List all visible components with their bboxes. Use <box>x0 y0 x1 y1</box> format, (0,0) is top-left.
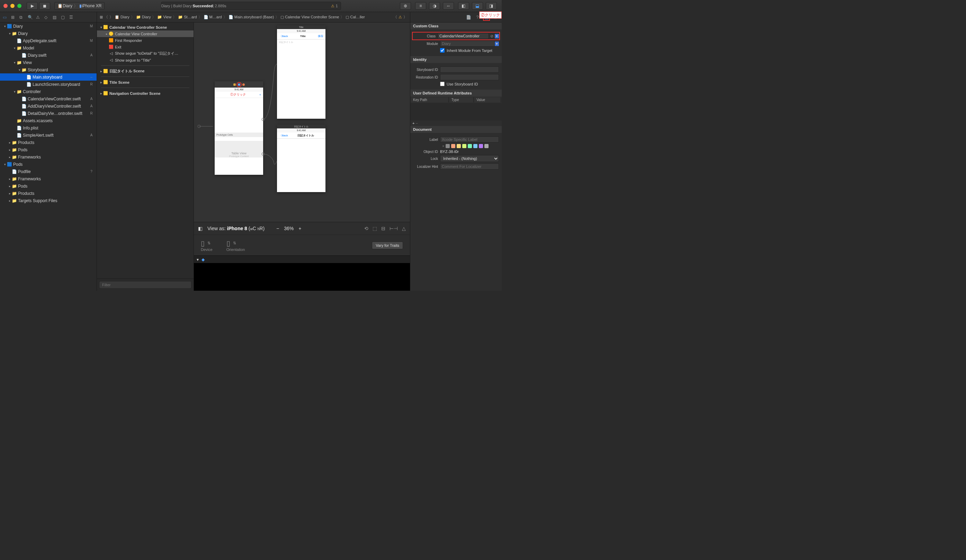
col-type[interactable]: Type <box>449 97 474 102</box>
nav-item-model[interactable]: ▾📁Model <box>0 44 97 52</box>
col-value[interactable]: Value <box>474 97 501 102</box>
class-dropdown-icon[interactable]: ▾ <box>495 34 499 38</box>
save-button[interactable]: 保存 <box>318 34 324 38</box>
outline-filter-input[interactable] <box>99 281 191 289</box>
module-input[interactable] <box>440 41 495 47</box>
update-frames-icon[interactable]: ⟲ <box>364 226 368 231</box>
nav-item-products[interactable]: ▸📁Products <box>0 139 97 146</box>
crumb-6[interactable]: ▢ Calendar View Controller Scene <box>281 15 339 20</box>
nav-item-launchscreen-storyboard[interactable]: 📄LaunchScreen.storyboardR <box>0 80 97 88</box>
activity-status[interactable]: Diary | Build Diary: Succeeded | 2.889s … <box>161 2 341 10</box>
nav-item-assets-xcassets[interactable]: 📁Assets.xcassets <box>0 117 97 124</box>
stop-button[interactable]: ◼ <box>39 2 50 10</box>
class-input[interactable] <box>438 33 489 39</box>
nav-item-pods[interactable]: ▾🟦Pods <box>0 161 97 168</box>
color-swatch[interactable] <box>468 144 472 148</box>
close-window-button[interactable] <box>3 4 8 8</box>
nav-item-products[interactable]: ▸📁Products <box>0 190 97 197</box>
embed-icon[interactable]: ⬚ <box>373 226 377 231</box>
back-button[interactable]: 〈Back <box>279 34 288 38</box>
library-button[interactable]: ⊕ <box>400 2 411 10</box>
outline-item[interactable]: ◁Show segue to "Title" <box>97 57 194 63</box>
device-stepper-icon[interactable]: ⇅ <box>207 241 210 245</box>
clear-class-icon[interactable]: ⊘ <box>489 34 495 38</box>
zoom-out-button[interactable]: − <box>276 226 279 231</box>
outline-item[interactable]: ▸🟡Calendar View Controller <box>97 30 194 37</box>
jump-issue-icon[interactable]: ⚠ <box>399 15 402 20</box>
nav-item-diary-swift[interactable]: 📄Diary.swiftA <box>0 52 97 59</box>
report-navigator-icon[interactable]: ☰ <box>69 15 74 20</box>
outline-item[interactable]: ▸🟨日記タイトル Scene <box>97 68 194 74</box>
outline-tree[interactable]: ▾🟨Calendar View Controller Scene▸🟡Calend… <box>97 23 194 279</box>
color-swatch[interactable] <box>451 144 455 148</box>
console-area[interactable] <box>194 263 410 291</box>
file-inspector-icon[interactable]: 📄 <box>465 14 472 21</box>
version-editor-button[interactable]: ↔ <box>443 2 454 10</box>
color-swatch[interactable] <box>479 144 483 148</box>
outline-item[interactable]: ◁Show segue "toDetail" to "日記タイ… <box>97 50 194 57</box>
storyboard-id-input[interactable] <box>440 66 499 73</box>
pin-icon[interactable]: ⊢⊣ <box>389 226 398 231</box>
resolve-icon[interactable]: △ <box>402 226 406 231</box>
doc-label-input[interactable] <box>440 136 499 143</box>
source-control-navigator-icon[interactable]: ⊞ <box>11 15 16 20</box>
outline-item[interactable]: ▸🟨Title Scene <box>97 79 194 85</box>
vc-dock-icon[interactable] <box>233 84 236 86</box>
jump-bar[interactable]: ⊞ 〈 〉 📋 Diary〉 📁 Diary〉 📁 View〉 📁 St…ard… <box>97 12 410 22</box>
nav-item-diary[interactable]: ▾📁Diary <box>0 30 97 37</box>
nav-item-targets-support-files[interactable]: ▸📁Targets Support Files <box>0 197 97 204</box>
breakpoint-navigator-icon[interactable]: ▢ <box>61 15 66 20</box>
project-navigator-icon[interactable]: ▭ <box>3 15 8 20</box>
nav-item-controller[interactable]: ▾📁Controller <box>0 88 97 95</box>
zoom-window-button[interactable] <box>17 4 21 8</box>
remove-attr-button[interactable]: − <box>416 121 418 125</box>
view-as-label[interactable]: View as: iPhone 8 (wC hR) <box>207 226 264 231</box>
color-swatch[interactable] <box>445 144 450 148</box>
issue-navigator-icon[interactable]: ⚠ <box>36 15 41 20</box>
nav-item-calendarviewcontroller-swift[interactable]: 📄CalendarViewController.swiftA <box>0 95 97 102</box>
vc-owner-icon[interactable] <box>238 84 240 86</box>
debug-navigator-icon[interactable]: ▤ <box>53 15 58 20</box>
toggle-navigator-button[interactable]: ◧ <box>458 2 469 10</box>
vc-exit-icon[interactable] <box>242 84 245 86</box>
crumb-1[interactable]: 📁 Diary <box>136 15 151 20</box>
nav-item-info-plist[interactable]: 📄Info.plist <box>0 124 97 131</box>
zoom-in-button[interactable]: + <box>299 226 301 231</box>
module-dropdown-icon[interactable]: ▾ <box>495 41 499 46</box>
nav-item-adddiaryviewcontroller-swift[interactable]: 📄AddDiaryViewController.swiftA <box>0 102 97 110</box>
add-attr-button[interactable]: + <box>412 121 414 125</box>
clear-color-icon[interactable]: × <box>442 144 444 148</box>
nav-item-podfile[interactable]: 📄Podfile? <box>0 168 97 175</box>
minimize-window-button[interactable] <box>10 4 15 8</box>
assistant-editor-button[interactable]: ◑ <box>429 2 440 10</box>
align-icon[interactable]: ⊟ <box>381 226 385 231</box>
nav-item-detaildairyvie-ontroller-swift[interactable]: 📄DetailDairyVie…ontroller.swiftR <box>0 110 97 117</box>
vary-for-traits-button[interactable]: Vary for Traits <box>372 241 403 249</box>
calendar-vc-frame[interactable]: 9:41 AM ①クリック + Prototype Cells Table Vi… <box>215 81 263 175</box>
warning-badge[interactable]: ⚠ 1 <box>328 4 341 8</box>
color-swatch[interactable] <box>462 144 467 148</box>
related-items-icon[interactable]: ⊞ <box>100 15 103 20</box>
crumb-2[interactable]: 📁 View <box>157 15 171 20</box>
nav-item-frameworks[interactable]: ▸📁Frameworks <box>0 153 97 161</box>
lock-select[interactable]: Inherited - (Nothing) <box>440 155 499 162</box>
nav-item-appdelegate-swift[interactable]: 📄AppDelegate.swiftM <box>0 37 97 44</box>
find-navigator-icon[interactable]: 🔍 <box>28 15 33 20</box>
outline-item[interactable]: 🟧First Responder <box>97 37 194 44</box>
zoom-level[interactable]: 36% <box>284 226 294 231</box>
nav-item-frameworks[interactable]: ▸📁Frameworks <box>0 175 97 182</box>
navigator-tree[interactable]: ▾🟦DiaryM▾📁Diary📄AppDelegate.swiftM▾📁Mode… <box>0 23 97 291</box>
back-button-2[interactable]: 〈Back <box>279 134 288 137</box>
color-swatch[interactable] <box>473 144 478 148</box>
toggle-debug-button[interactable]: ⬓ <box>472 2 483 10</box>
forward-icon[interactable]: 〉 <box>109 15 113 20</box>
debug-toggle-icon[interactable]: ▾ <box>197 257 199 262</box>
color-swatches[interactable]: × <box>442 144 499 148</box>
toggle-outline-icon[interactable]: ◧ <box>198 226 202 231</box>
runtime-attributes-table[interactable]: Key Path Type Value <box>410 97 502 103</box>
symbol-navigator-icon[interactable]: ⧉ <box>20 15 24 20</box>
orientation-glyph-icon[interactable]: ▯ <box>227 239 230 248</box>
orientation-stepper-icon[interactable]: ⇅ <box>233 241 236 245</box>
outline-item[interactable]: 🟥Exit <box>97 44 194 50</box>
toggle-inspector-button[interactable]: ◨ <box>486 2 497 10</box>
